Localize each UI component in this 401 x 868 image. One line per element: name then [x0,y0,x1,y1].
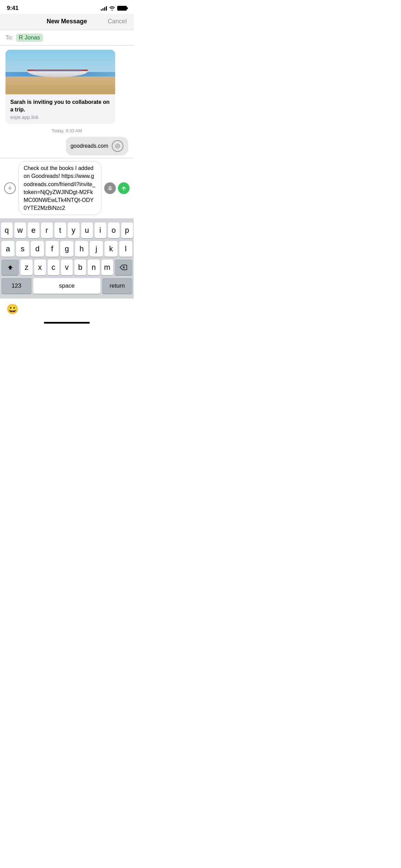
home-indicator [44,322,90,324]
link-preview-body: Sarah is inviting you to collaborate on … [5,94,115,124]
emoji-button[interactable]: 😀 [5,302,19,316]
numbers-key[interactable]: 123 [1,278,32,294]
key-a[interactable]: a [1,241,14,257]
key-q[interactable]: q [1,222,13,238]
message-input[interactable]: Check out the books I added on Goodreads… [19,161,101,215]
message-area: Sarah is inviting you to collaborate on … [0,46,134,158]
keyboard: q w e r t y u i o p a s d f g h j k l z … [0,218,134,299]
shift-key[interactable] [1,260,19,275]
key-k[interactable]: k [105,241,118,257]
key-u[interactable]: u [81,222,93,238]
key-y[interactable]: y [68,222,80,238]
keyboard-row-3: z x c v b n m [1,260,132,275]
home-indicator-row [0,321,134,326]
header-title: New Message [47,18,87,25]
compose-header: New Message Cancel [0,14,134,30]
safari-icon [112,140,123,152]
key-j[interactable]: j [90,241,103,257]
keyboard-row-4: 123 space return [1,278,132,294]
link-preview-card[interactable]: Sarah is inviting you to collaborate on … [5,50,115,124]
key-v[interactable]: v [61,260,73,275]
link-bubble-text: goodreads.com [71,143,108,149]
key-m[interactable]: m [101,260,113,275]
link-preview-title: Sarah is inviting you to collaborate on … [10,98,110,113]
add-attachment-button[interactable]: + [4,182,16,194]
key-s[interactable]: s [16,241,29,257]
to-field[interactable]: To: R Jonas [0,30,134,46]
message-timestamp: Today, 9:33 AM [0,128,134,133]
key-x[interactable]: x [34,260,46,275]
status-icons [101,6,127,11]
message-input-row: + Check out the books I added on Goodrea… [0,158,134,218]
link-bubble-row: goodreads.com [0,137,134,158]
link-preview-url: expe.app.link [10,114,110,120]
key-z[interactable]: z [21,260,32,275]
keyboard-row-1: q w e r t y u i o p [1,222,132,238]
to-label: To: [5,34,13,41]
key-c[interactable]: c [48,260,59,275]
bottom-bar: 😀 [0,299,134,321]
link-bubble[interactable]: goodreads.com [66,137,128,155]
backspace-key[interactable] [115,260,132,275]
to-recipient[interactable]: R Jonas [16,34,43,42]
send-button[interactable] [118,182,130,194]
battery-icon [117,6,127,11]
status-time: 9:41 [7,5,19,12]
key-f[interactable]: f [46,241,59,257]
key-i[interactable]: i [95,222,106,238]
signal-icon [101,6,107,11]
wifi-icon [109,6,115,11]
keyboard-row-2: a s d f g h j k l [1,241,132,257]
key-e[interactable]: e [28,222,39,238]
key-t[interactable]: t [54,222,66,238]
link-preview-image [5,50,115,94]
svg-point-3 [109,186,111,189]
cancel-button[interactable]: Cancel [108,18,127,25]
key-g[interactable]: g [60,241,73,257]
status-bar: 9:41 [0,0,134,14]
key-b[interactable]: b [74,260,86,275]
key-h[interactable]: h [75,241,88,257]
key-r[interactable]: r [41,222,53,238]
key-d[interactable]: d [31,241,44,257]
key-l[interactable]: l [119,241,132,257]
key-w[interactable]: w [14,222,26,238]
key-n[interactable]: n [88,260,99,275]
return-key[interactable]: return [102,278,132,294]
key-o[interactable]: o [108,222,120,238]
audio-button[interactable] [104,182,116,194]
send-controls [104,182,130,194]
space-key[interactable]: space [33,278,100,294]
key-p[interactable]: p [121,222,133,238]
